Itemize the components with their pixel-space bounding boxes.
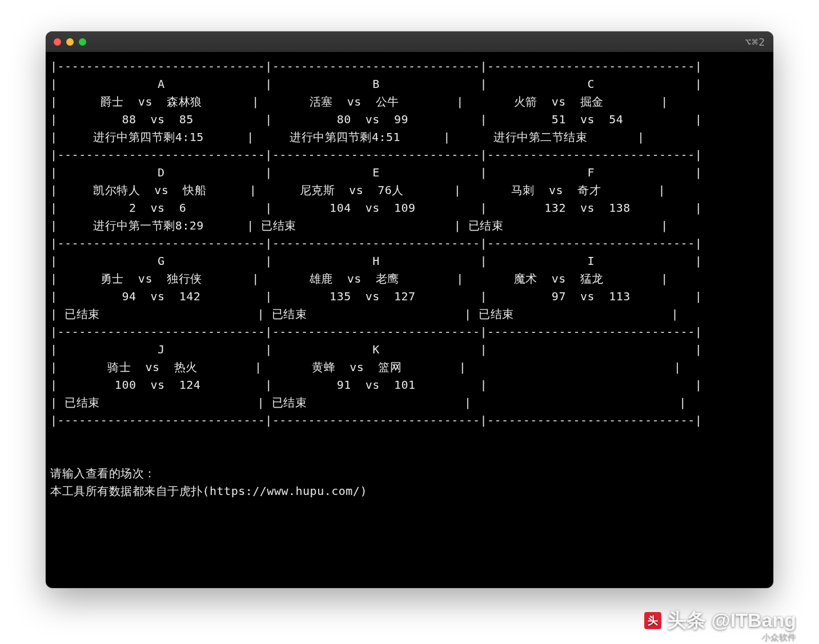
window-controls	[54, 38, 86, 46]
terminal-window: ⌥⌘2 |-----------------------------|-----…	[46, 31, 773, 588]
minimize-icon[interactable]	[66, 38, 74, 46]
watermark-main: 头 头条 @ITBang	[644, 607, 796, 634]
maximize-icon[interactable]	[79, 38, 86, 46]
toutiao-logo-icon: 头	[644, 612, 661, 629]
titlebar: ⌥⌘2	[46, 31, 773, 52]
shortcut-label: ⌥⌘2	[745, 36, 765, 48]
close-icon[interactable]	[54, 38, 61, 46]
watermark-text: 头条 @ITBang	[667, 607, 796, 634]
watermark-sub: 小众软件	[762, 632, 796, 643]
terminal-output[interactable]: |-----------------------------|---------…	[46, 52, 773, 500]
